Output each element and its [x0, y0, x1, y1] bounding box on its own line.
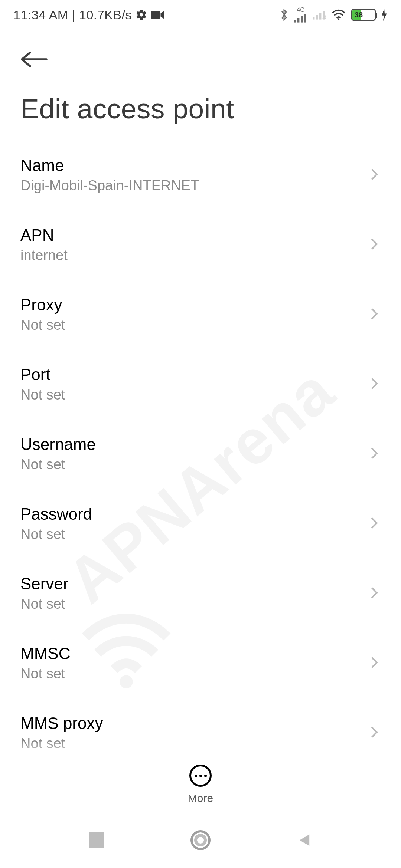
row-mmsc[interactable]: MMSC Not set	[20, 628, 381, 697]
status-left: 11:34 AM | 10.7KB/s	[13, 8, 164, 22]
chevron-right-icon	[368, 656, 381, 669]
settings-list: Name Digi-Mobil-Spain-INTERNET APN inter…	[0, 139, 401, 767]
svg-point-11	[338, 18, 340, 20]
row-value: Not set	[20, 736, 103, 752]
chevron-right-icon	[368, 586, 381, 599]
status-bar: 11:34 AM | 10.7KB/s 4G 38	[0, 0, 401, 30]
row-label: Server	[20, 573, 69, 594]
row-value: Not set	[20, 596, 69, 612]
svg-rect-1	[294, 20, 296, 22]
row-value: Not set	[20, 457, 96, 473]
back-button[interactable]	[20, 45, 50, 74]
row-label: MMS proxy	[20, 713, 103, 733]
header	[0, 30, 401, 74]
chevron-right-icon	[368, 377, 381, 390]
row-label: MMSC	[20, 643, 70, 664]
status-separator: |	[72, 8, 75, 22]
status-netspeed: 10.7KB/s	[79, 8, 132, 22]
row-server[interactable]: Server Not set	[20, 558, 381, 628]
svg-rect-3	[301, 16, 303, 23]
row-texts: Proxy Not set	[20, 295, 65, 333]
row-value: Not set	[20, 387, 65, 403]
signal-4g-icon: 4G	[294, 7, 307, 23]
bluetooth-icon	[279, 8, 289, 22]
row-label: Name	[20, 155, 199, 175]
nav-back-button[interactable]	[291, 827, 317, 853]
more-icon	[189, 765, 212, 787]
svg-rect-2	[297, 18, 299, 23]
row-texts: Username Not set	[20, 434, 96, 473]
row-texts: MMS proxy Not set	[20, 713, 103, 752]
chevron-right-icon	[368, 238, 381, 250]
system-nav-bar	[0, 812, 401, 868]
row-texts: Server Not set	[20, 573, 69, 612]
status-time: 11:34 AM	[13, 8, 68, 22]
row-texts: Password Not set	[20, 504, 92, 542]
row-texts: APN internet	[20, 225, 68, 263]
wifi-icon	[331, 9, 346, 21]
row-texts: Port Not set	[20, 364, 65, 403]
chevron-right-icon	[368, 517, 381, 529]
chevron-right-icon	[368, 308, 381, 320]
camera-icon	[151, 10, 164, 20]
row-texts: Name Digi-Mobil-Spain-INTERNET	[20, 155, 199, 194]
gear-icon	[136, 9, 147, 21]
network-badge: 4G	[297, 7, 304, 13]
nav-recent-button[interactable]	[84, 827, 110, 853]
row-value: internet	[20, 247, 68, 263]
row-username[interactable]: Username Not set	[20, 418, 381, 488]
svg-rect-0	[151, 11, 160, 19]
svg-rect-4	[304, 14, 306, 22]
svg-rect-6	[316, 15, 318, 20]
row-label: APN	[20, 225, 68, 245]
signal-nosim-icon	[313, 9, 326, 20]
chevron-right-icon	[368, 168, 381, 181]
row-label: Password	[20, 504, 92, 524]
row-value: Not set	[20, 317, 65, 333]
svg-rect-7	[319, 13, 321, 20]
row-name[interactable]: Name Digi-Mobil-Spain-INTERNET	[20, 139, 381, 209]
row-label: Username	[20, 434, 96, 454]
chevron-right-icon	[368, 726, 381, 739]
row-proxy[interactable]: Proxy Not set	[20, 279, 381, 349]
battery-percent: 38	[355, 11, 363, 19]
status-right: 4G 38	[279, 7, 388, 23]
row-value: Digi-Mobil-Spain-INTERNET	[20, 178, 199, 194]
row-apn[interactable]: APN internet	[20, 209, 381, 279]
battery-icon: 38	[351, 9, 376, 21]
more-label: More	[188, 792, 213, 805]
row-texts: MMSC Not set	[20, 643, 70, 682]
nav-home-button[interactable]	[188, 827, 213, 853]
row-label: Proxy	[20, 295, 65, 315]
page-title: Edit access point	[0, 74, 401, 139]
row-value: Not set	[20, 666, 70, 682]
row-password[interactable]: Password Not set	[20, 488, 381, 558]
chevron-right-icon	[368, 447, 381, 460]
row-value: Not set	[20, 526, 92, 542]
row-label: Port	[20, 364, 65, 385]
more-button[interactable]: More	[0, 757, 401, 812]
svg-rect-5	[313, 17, 314, 19]
row-port[interactable]: Port Not set	[20, 349, 381, 418]
charging-icon	[381, 9, 388, 21]
